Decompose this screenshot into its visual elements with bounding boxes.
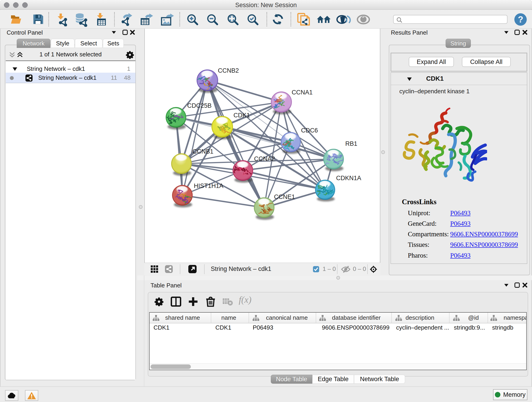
svg-text:CCNB1: CCNB1	[192, 148, 214, 155]
svg-text:CCNA1: CCNA1	[292, 89, 313, 96]
svg-text:CCNB2: CCNB2	[218, 67, 239, 74]
svg-text:CDC25B: CDC25B	[187, 102, 212, 109]
svg-text:HIST1H1A: HIST1H1A	[194, 182, 223, 189]
svg-text:CDC6: CDC6	[301, 127, 318, 134]
svg-text:RB1: RB1	[345, 140, 357, 147]
svg-text:?: ?	[518, 15, 523, 24]
svg-text:CCNA2: CCNA2	[254, 155, 275, 162]
svg-text:CCNE1: CCNE1	[274, 193, 295, 200]
svg-text:CDK1: CDK1	[234, 112, 250, 119]
svg-text:CDKN1A: CDKN1A	[336, 175, 361, 182]
